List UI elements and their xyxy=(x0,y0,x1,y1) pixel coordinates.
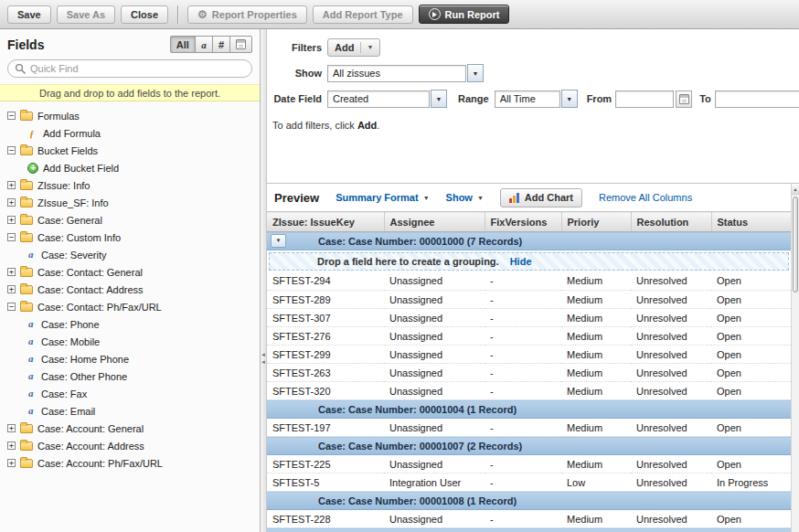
filter-date-button[interactable] xyxy=(229,36,252,53)
report-properties-button[interactable]: ⚙ Report Properties xyxy=(187,5,307,24)
save-button[interactable]: Save xyxy=(7,5,51,24)
table-row[interactable]: SFTEST-289Unassigned-MediumUnresolvedOpe… xyxy=(267,291,791,309)
scroll-up-button[interactable]: ▲ xyxy=(792,184,799,195)
add-report-type-button[interactable]: Add Report Type xyxy=(313,5,413,24)
expand-icon[interactable]: + xyxy=(7,268,16,276)
range-select[interactable]: All Time xyxy=(495,90,560,108)
tree-item[interactable]: Add Formula xyxy=(0,124,260,142)
collapse-handle[interactable]: ◄ ◄ xyxy=(261,351,266,366)
tree-item[interactable]: Case: Other Phone xyxy=(0,367,260,385)
column-header[interactable]: Status xyxy=(711,212,791,232)
dropdown-arrow-icon: ▼ xyxy=(473,70,479,77)
tree-item[interactable]: Case: Mobile xyxy=(0,333,260,350)
save-as-button[interactable]: Save As xyxy=(57,5,115,24)
quick-find-input[interactable] xyxy=(7,59,252,78)
table-row[interactable]: SFTEST-197Unassigned-MediumUnresolvedOpe… xyxy=(267,419,791,437)
tree-item[interactable]: Case: Phone xyxy=(0,315,260,333)
show-select-button[interactable]: ▼ xyxy=(467,64,484,82)
drop-zone[interactable]: Drop a field here to create a grouping.H… xyxy=(269,252,789,271)
tree-item[interactable]: +ZIssue_SF: Info xyxy=(0,194,260,211)
column-header[interactable]: ZIssue: IssueKey xyxy=(267,212,384,232)
table-row[interactable]: SFTEST-228Unassigned-MediumUnresolvedOpe… xyxy=(267,510,791,528)
tree-item[interactable]: +Case: Contact: General xyxy=(0,263,260,281)
filters-label: Filters xyxy=(267,42,322,53)
expand-icon[interactable]: + xyxy=(7,424,16,432)
group-collapse-button[interactable]: ▼ xyxy=(271,234,286,248)
tree-item-label: Case: Account: Address xyxy=(37,441,144,452)
table-row[interactable]: SFTEST-299Unassigned-MediumUnresolvedOpe… xyxy=(267,346,791,364)
column-header[interactable]: Resolution xyxy=(631,212,711,232)
panel-splitter[interactable]: ◄ ◄ xyxy=(260,29,267,532)
dropdown-arrow-icon: ▼ xyxy=(360,42,373,53)
table-cell: Medium xyxy=(561,364,631,382)
table-row[interactable]: SFTEST-263Unassigned-MediumUnresolvedOpe… xyxy=(267,364,791,382)
filter-number-button[interactable]: # xyxy=(212,36,230,53)
table-cell: Medium xyxy=(561,419,631,437)
show-menu[interactable]: Show ▼ xyxy=(446,192,484,203)
to-date-input[interactable] xyxy=(715,90,799,108)
show-select[interactable]: All zissues xyxy=(327,65,466,82)
from-calendar-button[interactable] xyxy=(676,90,692,108)
table-row[interactable]: SFTEST-294Unassigned-MediumUnresolvedOpe… xyxy=(267,272,791,291)
collapse-icon[interactable]: − xyxy=(7,303,16,311)
table-cell: SFTEST-197 xyxy=(267,419,384,437)
search-icon xyxy=(15,63,26,74)
tree-item[interactable]: +ZIssue: Info xyxy=(0,176,260,194)
filters-hint-add: Add xyxy=(357,120,377,131)
date-field-select-button[interactable]: ▼ xyxy=(431,90,447,108)
summary-format-menu[interactable]: Summary Format ▼ xyxy=(336,192,429,203)
tree-item[interactable]: +Case: Contact: Address xyxy=(0,281,260,298)
hide-link[interactable]: Hide xyxy=(510,256,532,267)
table-cell: SFTEST-5 xyxy=(267,473,384,492)
table-cell: SFTEST-228 xyxy=(267,510,384,528)
table-row[interactable]: SFTEST-320Unassigned-MediumUnresolvedOpe… xyxy=(267,382,791,400)
expand-icon[interactable]: + xyxy=(7,459,16,467)
table-row[interactable]: SFTEST-276Unassigned-MediumUnresolvedOpe… xyxy=(267,327,791,346)
tree-item[interactable]: Add Bucket Field xyxy=(0,159,260,176)
preview-scrollbar[interactable]: ▲ xyxy=(791,184,799,532)
tree-item[interactable]: Case: Fax xyxy=(0,385,260,402)
table-row[interactable]: SFTEST-307Unassigned-MediumUnresolvedOpe… xyxy=(267,309,791,327)
add-filter-button[interactable]: Add ▼ xyxy=(327,38,380,57)
table-cell: Open xyxy=(711,346,791,364)
run-report-button[interactable]: Run Report xyxy=(419,5,510,24)
remove-all-columns-link[interactable]: Remove All Columns xyxy=(599,192,692,203)
close-button[interactable]: Close xyxy=(121,5,168,24)
expand-icon[interactable]: + xyxy=(7,198,16,207)
scroll-thumb[interactable] xyxy=(793,197,798,293)
tree-item[interactable]: −Case: Contact: Ph/Fax/URL xyxy=(0,298,260,315)
fields-title: Fields xyxy=(7,37,44,52)
table-cell: Unassigned xyxy=(384,510,485,528)
table-row[interactable]: SFTEST-225Unassigned-MediumUnresolvedOpe… xyxy=(267,455,791,473)
tree-item[interactable]: −Case: Custom Info xyxy=(0,229,260,246)
collapse-icon[interactable]: − xyxy=(7,233,16,241)
tree-item[interactable]: +Case: Account: General xyxy=(0,420,260,437)
tree-item[interactable]: Case: Home Phone xyxy=(0,350,260,367)
column-header[interactable]: FixVersions xyxy=(485,212,561,232)
expand-icon[interactable]: + xyxy=(7,181,16,189)
tree-item[interactable]: −Formulas xyxy=(0,107,260,124)
column-header[interactable]: Prioriy xyxy=(561,212,631,232)
collapse-icon[interactable]: − xyxy=(7,146,16,154)
range-select-button[interactable]: ▼ xyxy=(561,90,578,108)
tree-item[interactable]: Case: Severity xyxy=(0,246,260,263)
tree-item[interactable]: +Case: Account: Ph/Fax/URL xyxy=(0,454,260,472)
expand-icon[interactable]: + xyxy=(7,285,16,293)
tree-item[interactable]: Case: Email xyxy=(0,402,260,420)
table-cell: SFTEST-294 xyxy=(267,272,384,291)
table-row[interactable]: SFTEST-5Integration User-LowUnresolvedIn… xyxy=(267,473,791,492)
tree-item[interactable]: −Bucket Fields xyxy=(0,142,260,159)
table-cell: - xyxy=(485,327,561,346)
expand-icon[interactable]: + xyxy=(7,442,16,450)
column-header[interactable]: Assignee xyxy=(384,212,485,232)
date-field-select[interactable]: Created xyxy=(327,90,430,108)
add-chart-button[interactable]: Add Chart xyxy=(500,188,582,207)
table-cell: Medium xyxy=(561,510,631,528)
expand-icon[interactable]: + xyxy=(7,216,16,224)
filter-text-button[interactable]: a xyxy=(195,36,213,53)
collapse-icon[interactable]: − xyxy=(7,112,16,120)
tree-item[interactable]: +Case: Account: Address xyxy=(0,437,260,454)
from-date-input[interactable] xyxy=(615,90,674,108)
tree-item[interactable]: +Case: General xyxy=(0,211,260,229)
filter-all-button[interactable]: All xyxy=(170,36,196,53)
